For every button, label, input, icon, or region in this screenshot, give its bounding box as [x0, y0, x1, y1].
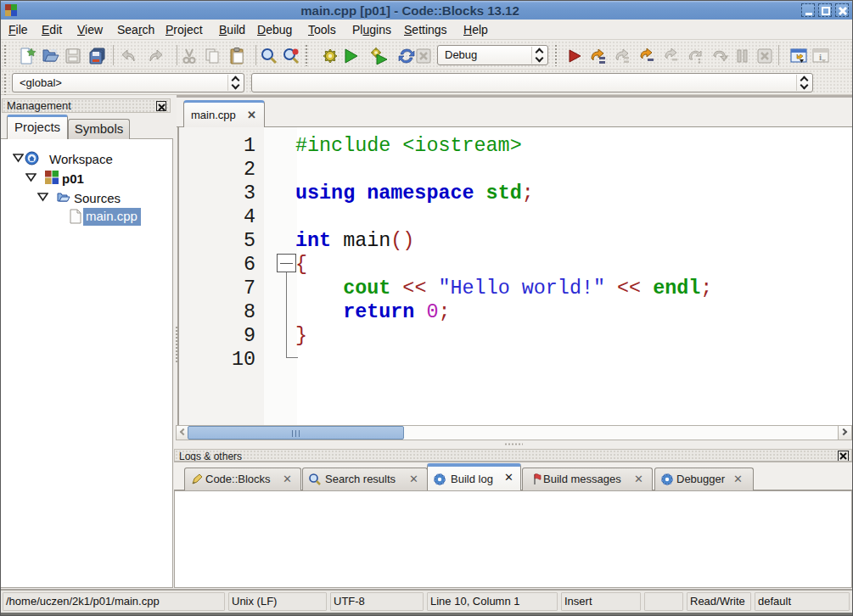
- svg-text:i: i: [819, 52, 822, 62]
